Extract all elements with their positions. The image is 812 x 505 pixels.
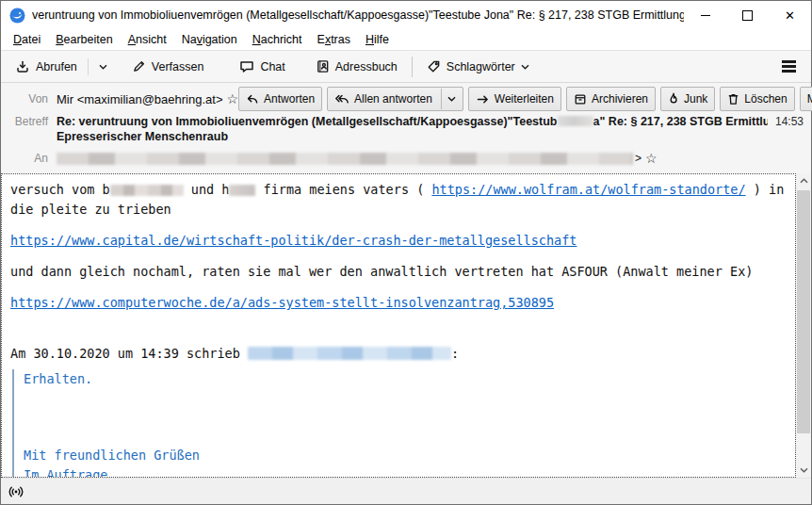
minimize-button[interactable] [684,1,726,29]
get-mail-label: Abrufen [36,60,77,73]
archive-button[interactable]: Archivieren [566,87,656,111]
junk-button[interactable]: Junk [660,87,715,111]
compose-button[interactable]: Verfassen [125,55,211,78]
subject: Re: veruntruung von Immobioliuenvemrögen… [57,114,768,144]
quote-line: Erhalten. [24,369,787,389]
forward-label: Weiterleiten [495,92,554,106]
tag-icon [427,59,441,73]
menu-bar: Datei Bearbeiten Ansicht Navigation Nach… [1,29,811,50]
junk-label: Junk [684,92,707,106]
message-time: 14:53 [775,114,804,129]
menu-navigation[interactable]: Navigation [174,31,245,48]
get-mail-button[interactable]: Abrufen [8,55,84,79]
address-book-button[interactable]: Adressbuch [309,55,404,78]
menu-datei[interactable]: Datei [6,31,48,48]
divider [88,58,89,75]
redacted-recipient [57,153,633,165]
vertical-scrollbar[interactable] [796,173,811,478]
scroll-up-button[interactable] [796,173,811,188]
paragraph: https://www.computerwoche.de/a/ads-syste… [10,293,787,313]
reply-all-icon [334,93,349,106]
menu-ansicht[interactable]: Ansicht [121,31,174,48]
quote-signature: Mit freundlichen Grüßen [24,446,787,465]
thunderbird-logo-icon [9,8,25,24]
delete-label: Löschen [744,92,787,106]
get-mail-dropdown[interactable] [92,59,114,74]
redacted-text [229,185,255,196]
message-actions: Antworten Allen antworten Weiterleiten A… [238,87,812,111]
link-computerwoche[interactable]: https://www.computerwoche.de/a/ads-syste… [10,295,554,310]
paragraph: und dann gleich nochaml, raten sie mal w… [10,262,787,282]
address-book-label: Adressbuch [335,60,398,73]
main-toolbar: Abrufen Verfassen Chat Adressbuch Schlag… [1,50,811,83]
reply-icon [246,93,259,106]
broadcast-icon[interactable] [8,484,24,499]
from-value: Mir <maximilian@baehring.at> [57,92,223,106]
trash-icon [727,92,739,106]
maximize-icon [742,10,753,21]
chevron-down-icon[interactable] [447,96,456,102]
link-wolfram[interactable]: https://www.wolfram.at/wolfram-standorte… [431,182,745,197]
message-body: versuch vom b und h firma meiens vaters … [1,173,796,478]
link-capital[interactable]: https://www.capital.de/wirtschaft-politi… [10,233,577,248]
minimize-icon [701,15,710,16]
forward-icon [476,94,490,105]
paragraph: https://www.capital.de/wirtschaft-politi… [10,231,787,251]
title-bar: veruntruung von Immobioliuenvemrögen (Me… [1,1,811,29]
more-button[interactable]: Mehr [800,87,812,111]
quoted-message: Erhalten. Mit freundlichen Grüßen Im Auf… [12,369,787,478]
address-book-icon [316,59,330,73]
tags-button[interactable]: Schlagwörter [420,55,536,78]
quote-blank [24,389,787,446]
reply-all-button[interactable]: Allen antworten [327,87,463,111]
scrollbar-thumb[interactable] [797,190,810,433]
quote-signature: Im Auftrage [24,465,787,478]
quote-intro: Am 30.10.2020 um 14:39 schrieb : [10,344,787,364]
compose-label: Verfassen [152,60,204,73]
subject-label: Betreff [8,114,48,128]
archive-label: Archivieren [592,92,648,106]
flame-icon [668,92,679,106]
close-icon: ✕ [785,9,795,22]
delete-button[interactable]: Löschen [720,87,794,111]
divider [441,89,442,109]
status-bar [1,478,811,504]
get-mail-icon [15,59,30,74]
archive-icon [574,93,587,106]
chat-button[interactable]: Chat [233,55,291,78]
chevron-down-icon [521,64,529,70]
menu-hilfe[interactable]: Hilfe [358,31,397,48]
reply-button[interactable]: Antworten [238,87,322,111]
window-title: veruntruung von Immobioliuenvemrögen (Me… [32,8,684,22]
reply-all-label: Allen antworten [354,92,432,106]
chat-bubble-icon [239,59,254,73]
message-header: Von Mir <maximilian@baehring.at> ☆ Antwo… [1,83,811,173]
redacted-text [558,116,593,126]
star-icon[interactable]: ☆ [645,151,658,166]
from-label: Von [8,92,48,106]
forward-button[interactable]: Weiterleiten [468,87,561,111]
chevron-down-icon [99,64,107,70]
menu-bearbeiten[interactable]: Bearbeiten [48,31,120,48]
star-icon[interactable]: ☆ [227,91,239,106]
message-body-pane: versuch vom b und h firma meiens vaters … [1,173,811,478]
paragraph: versuch vom b und h firma meiens vaters … [10,180,787,220]
subject-line2: Epresserischer Menschenraub [57,129,768,144]
menu-nachricht[interactable]: Nachricht [245,31,310,48]
mail-window: veruntruung von Immobioliuenvemrögen (Me… [0,0,812,505]
tags-label: Schlagwörter [447,60,515,73]
menu-extras[interactable]: Extras [310,31,358,48]
close-button[interactable]: ✕ [769,1,811,29]
app-menu-button[interactable] [774,55,804,78]
redacted-sender-name [248,347,451,360]
chat-label: Chat [260,60,284,73]
maximize-button[interactable] [726,1,769,29]
to-suffix: > [635,152,641,165]
to-label: An [8,152,48,165]
pencil-icon [132,59,146,73]
scroll-down-button[interactable] [796,463,811,478]
redacted-text [110,185,184,196]
reply-label: Antworten [264,92,315,106]
more-label: Mehr [807,92,812,106]
divider [412,57,413,77]
